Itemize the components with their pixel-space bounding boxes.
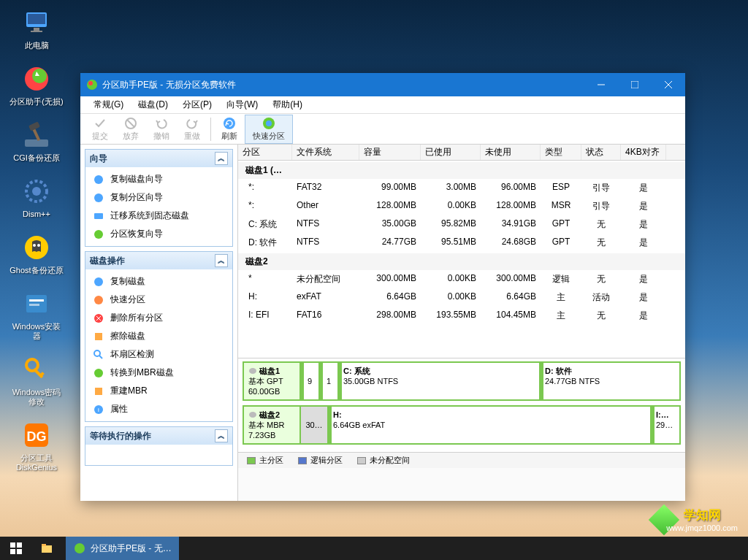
legend: 主分区 逻辑分区 未分配空间 (238, 452, 685, 468)
col-size[interactable]: 容量 (359, 145, 421, 160)
svg-rect-1 (28, 14, 45, 24)
part-c[interactable]: C: 系统35.00GB NTFS (337, 363, 539, 399)
col-align[interactable]: 4KB对齐 (621, 145, 666, 160)
part-unalloc[interactable]: 30… (299, 407, 327, 443)
panel-header-wizard[interactable]: 向导︽ (85, 150, 232, 167)
minimize-button[interactable] (584, 73, 618, 96)
part-h[interactable]: H:6.64GB exFAT (327, 407, 650, 443)
svg-point-10 (32, 187, 41, 196)
redo-icon (186, 117, 199, 130)
wizard-copy-partition[interactable]: 复制分区向导 (87, 188, 231, 207)
key-icon (22, 355, 51, 384)
col-fs[interactable]: 文件系统 (292, 145, 359, 160)
disk2-label: 磁盘2 基本 MBR 7.23GB (244, 407, 299, 443)
wizard-recover[interactable]: 分区恢复向导 (87, 225, 231, 243)
disk2-layout[interactable]: 磁盘2 基本 MBR 7.23GB 30… H:6.64GB exFAT I:…… (243, 405, 681, 445)
taskbar: 分区助手PE版 - 无… (0, 537, 748, 560)
desktop-icon-ghost[interactable]: Ghost备份还原 (9, 232, 64, 275)
table-row[interactable]: *:Other128.00MB0.00KB128.00MBMSR引导是 (238, 197, 685, 215)
svg-point-13 (37, 244, 40, 247)
close-button[interactable] (652, 73, 685, 96)
svg-point-33 (94, 175, 103, 184)
partition-list[interactable]: 磁盘1 (… *:FAT3299.00MB3.00MB96.00MBESP引导是… (238, 161, 685, 358)
svg-point-30 (224, 118, 235, 129)
op-rebuild-mbr[interactable]: 重建MBR (87, 382, 231, 400)
discard-button[interactable]: 放弃 (115, 115, 146, 143)
svg-rect-52 (17, 542, 22, 548)
table-row[interactable]: C: 系统NTFS35.00GB95.82MB34.91GBGPT无是 (238, 215, 685, 234)
op-copy-disk[interactable]: 复制磁盘 (87, 272, 231, 291)
wizard-migrate-ssd[interactable]: 迁移系统到固态磁盘 (87, 207, 231, 225)
start-button[interactable] (0, 537, 32, 560)
disk1-header[interactable]: 磁盘1 (… (238, 162, 685, 179)
part-i[interactable]: I:…29… (650, 407, 679, 443)
col-used[interactable]: 已使用 (421, 145, 481, 160)
svg-point-34 (94, 193, 103, 202)
titlebar[interactable]: 分区助手PE版 - 无损分区免费软件 (80, 73, 685, 96)
folder-icon (40, 542, 53, 555)
svg-rect-55 (42, 545, 52, 553)
svg-text:i: i (98, 407, 99, 413)
col-state[interactable]: 状态 (581, 145, 621, 160)
collapse-icon[interactable]: ︽ (215, 152, 228, 165)
partition-icon (93, 294, 104, 306)
collapse-icon[interactable]: ︽ (215, 254, 228, 267)
menu-help[interactable]: 帮助(H) (265, 97, 310, 112)
table-row[interactable]: I: EFIFAT16298.00MB193.55MB104.45MB主无是 (238, 307, 685, 325)
op-convert-mbr[interactable]: 转换到MBR磁盘 (87, 364, 231, 382)
sidebar: 向导︽ 复制磁盘向导 复制分区向导 迁移系统到固态磁盘 分区恢复向导 磁盘操作︽… (80, 145, 238, 501)
discard-icon (124, 117, 137, 130)
panel-header-diskops[interactable]: 磁盘操作︽ (85, 252, 232, 269)
svg-point-57 (75, 543, 85, 553)
part-small2[interactable]: 1 (318, 363, 337, 399)
menu-disk[interactable]: 磁盘(D) (131, 97, 175, 112)
submit-button[interactable]: 提交 (85, 115, 115, 143)
op-properties[interactable]: i属性 (87, 400, 231, 418)
col-partition[interactable]: 分区 (238, 145, 292, 160)
op-delete-all[interactable]: 删除所有分区 (87, 309, 231, 327)
legend-unalloc: 未分配空间 (357, 455, 410, 466)
svg-rect-51 (10, 542, 15, 548)
desktop-icon-dism[interactable]: Dism++ (9, 176, 64, 219)
col-free[interactable]: 未使用 (481, 145, 541, 160)
table-row[interactable]: D: 软件NTFS24.77GB95.51MB24.68GBGPT无是 (238, 234, 685, 252)
menu-wizard[interactable]: 向导(W) (219, 97, 265, 112)
maximize-button[interactable] (618, 73, 652, 96)
recover-icon (93, 229, 104, 240)
desktop-icon-partition[interactable]: 分区助手(无损) (9, 64, 64, 107)
taskbar-explorer[interactable] (33, 537, 65, 560)
part-d[interactable]: D: 软件24.77GB NTFS (539, 363, 679, 399)
disk-layout: 磁盘1 基本 GPT 60.00GB 9 1 C: 系统35.00GB NTFS… (238, 358, 685, 452)
app-icon (86, 79, 98, 91)
toolbar-separator (210, 118, 211, 141)
svg-point-38 (94, 296, 103, 304)
taskbar-app[interactable]: 分区助手PE版 - 无… (66, 537, 179, 560)
col-type[interactable]: 类型 (541, 145, 581, 160)
redo-button[interactable]: 重做 (177, 115, 207, 143)
op-bad-sector[interactable]: 坏扇区检测 (87, 345, 231, 364)
menu-partition[interactable]: 分区(P) (175, 97, 219, 112)
op-wipe-disk[interactable]: 擦除磁盘 (87, 327, 231, 345)
undo-button[interactable]: 撤销 (146, 115, 177, 143)
collapse-icon[interactable]: ︽ (215, 429, 228, 442)
desktop-icon-wininstall[interactable]: Windows安装器 (9, 288, 64, 341)
svg-point-43 (94, 350, 100, 356)
desktop-icon-password[interactable]: Windows密码修改 (9, 354, 64, 407)
desktop-icon-cgi[interactable]: CGI备份还原 (9, 120, 64, 163)
panel-header-pending[interactable]: 等待执行的操作︽ (85, 427, 232, 445)
desktop-icon-thispc[interactable]: 此电脑 (9, 7, 64, 50)
desktop-icon-diskgenius[interactable]: DG 分区工具DiskGenius (9, 420, 64, 472)
table-row[interactable]: H:exFAT6.64GB0.00KB6.64GB主活动是 (238, 288, 685, 307)
wizard-copy-disk[interactable]: 复制磁盘向导 (87, 170, 231, 188)
quick-partition-button[interactable]: 快速分区 (245, 115, 293, 144)
diskgenius-icon: DG (22, 421, 51, 450)
app-window: 分区助手PE版 - 无损分区免费软件 常规(G) 磁盘(D) 分区(P) 向导(… (80, 73, 685, 501)
menu-general[interactable]: 常规(G) (86, 97, 131, 112)
refresh-button[interactable]: 刷新 (214, 115, 245, 143)
table-row[interactable]: *未分配空间300.00MB0.00KB300.00MB逻辑无是 (238, 270, 685, 288)
disk1-layout[interactable]: 磁盘1 基本 GPT 60.00GB 9 1 C: 系统35.00GB NTFS… (243, 361, 681, 401)
table-row[interactable]: *:FAT3299.00MB3.00MB96.00MBESP引导是 (238, 179, 685, 197)
op-quick-partition[interactable]: 快速分区 (87, 291, 231, 309)
part-small1[interactable]: 9 (299, 363, 318, 399)
disk2-header[interactable]: 磁盘2 (238, 253, 685, 270)
